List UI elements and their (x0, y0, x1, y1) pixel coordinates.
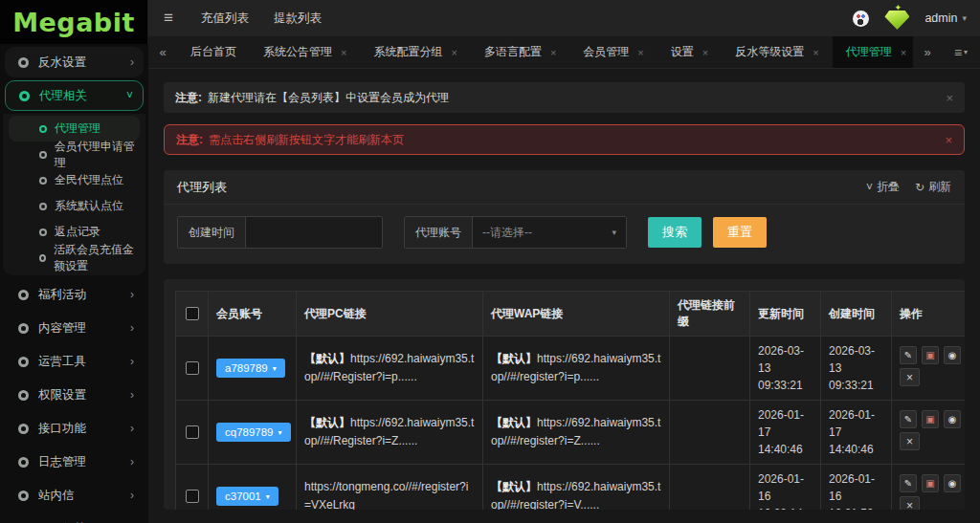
agent-wap-link-cell: 【默认】https://692.haiwaiym35.top//#/regist… (483, 465, 670, 511)
tab-close-icon[interactable]: × (813, 47, 818, 58)
notice-close-icon[interactable]: × (945, 133, 952, 147)
agent-wap-link-cell: 【默认】https://692.haiwaiym35.top//#/regist… (483, 337, 670, 401)
tab-label: 反水等级设置 (735, 44, 804, 60)
agent-pc-link-cell: 【默认】https://692.haiwaiym35.top//#/Regist… (297, 401, 483, 465)
tab-close-icon[interactable]: × (901, 47, 906, 58)
tab-settings[interactable]: 设置 × (657, 36, 722, 68)
create-time-group: 创建时间 (177, 216, 383, 249)
sidebar-item-api[interactable]: 接口功能 › (5, 413, 144, 444)
row-checkbox[interactable] (186, 425, 199, 439)
history-button[interactable]: ◉ (944, 410, 961, 428)
sidebar-item-operation-tools[interactable]: 运营工具 › (5, 346, 144, 377)
panel-header: 代理列表 ˅ 折叠 ↻ 刷新 (164, 170, 965, 205)
tab-close-icon[interactable]: × (451, 47, 457, 58)
sidebar-subitem-active-member-recharge[interactable]: 活跃会员充值金额设置 (9, 245, 140, 271)
agent-list-panel: 代理列表 ˅ 折叠 ↻ 刷新 创建时间 (164, 170, 965, 264)
sidebar-subitem-all-agent-points[interactable]: 全民代理点位 (9, 167, 140, 193)
delete-button[interactable]: × (900, 496, 920, 510)
agent-pc-link-cell: 【默认】https://692.haiwaiym35.top//#/Regist… (297, 337, 483, 401)
chevron-down-icon: ˅ (126, 89, 133, 102)
sidebar-item-rebate-settings[interactable]: 反水设置 › (5, 47, 144, 77)
panel-tools: ˅ 折叠 ↻ 刷新 (866, 179, 951, 195)
member-account: c37001 (225, 490, 261, 502)
user-dropdown[interactable]: admin ▾ (924, 11, 967, 25)
tab-label: 后台首页 (190, 44, 236, 60)
chevron-right-icon: › (130, 288, 134, 301)
member-account: a789789 (225, 362, 268, 374)
edit-button[interactable]: ✎ (900, 410, 917, 428)
agent-account-label: 代理账号 (405, 217, 473, 248)
chevron-right-icon: › (130, 489, 134, 502)
notice-close-icon[interactable]: × (946, 91, 953, 105)
tab-rebate-level[interactable]: 反水等级设置 × (722, 36, 832, 68)
member-account-badge[interactable]: cq789789 ▾ (216, 423, 291, 442)
agent-account-select[interactable]: --请选择-- ▾ (473, 217, 626, 248)
tabs-scroll-left-icon[interactable]: « (148, 36, 177, 68)
history-button[interactable]: ◉ (944, 346, 961, 364)
tab-close-icon[interactable]: × (550, 47, 556, 58)
tabs-scroll-right-icon[interactable]: » (913, 45, 942, 59)
reset-button[interactable]: 重置 (713, 217, 767, 248)
tab-member-manage[interactable]: 会员管理 × (569, 36, 657, 68)
sidebar-item-permissions[interactable]: 权限设置 › (5, 380, 144, 410)
sidebar-item-label: 站内信 (38, 488, 75, 504)
search-button[interactable]: 搜索 (648, 217, 702, 248)
sidebar-subitem-member-agent-apply[interactable]: 会员代理申请管理 (9, 142, 140, 167)
tab-agent-manage[interactable]: 代理管理 × (833, 36, 913, 68)
row-checkbox[interactable] (186, 490, 199, 503)
tab-multilanguage[interactable]: 多语言配置 × (471, 36, 569, 68)
sidebar-subitem-system-default-points[interactable]: 系统默认点位 (9, 193, 140, 219)
row-checkbox[interactable] (186, 361, 199, 375)
updated-time-cell: 2026-01-17 14:40:46 (750, 401, 821, 465)
sidebar-item-logs[interactable]: 日志管理 › (5, 447, 144, 477)
tab-close-icon[interactable]: × (637, 47, 643, 58)
tab-home[interactable]: 后台首页 (177, 36, 250, 68)
topbar-item-withdraw-list[interactable]: 提款列表 (261, 0, 334, 36)
sidebar-item-app[interactable]: APP相关 › (5, 513, 144, 523)
tabs-menu-dropdown[interactable]: ≡ ▾ (942, 45, 980, 60)
select-all-checkbox[interactable] (186, 307, 199, 320)
card-button[interactable]: ▣ (922, 346, 939, 364)
search-form: 创建时间 代理账号 --请选择-- ▾ 搜索 重置 (164, 205, 965, 264)
edit-button[interactable]: ✎ (900, 474, 917, 492)
edit-button[interactable]: ✎ (900, 346, 917, 364)
tab-system-config-group[interactable]: 系统配置分组 × (360, 36, 470, 68)
tab-close-icon[interactable]: × (341, 47, 346, 58)
sidebar-item-content[interactable]: 内容管理 › (5, 313, 144, 343)
refresh-button[interactable]: ↻ 刷新 (915, 179, 951, 195)
gem-avatar-icon[interactable]: ✦ (884, 7, 909, 30)
sidebar-item-agent-related[interactable]: 代理相关 ˅ (5, 80, 144, 111)
card-button[interactable]: ▣ (922, 410, 939, 428)
theme-palette-icon[interactable] (853, 11, 869, 27)
chevron-right-icon: › (130, 321, 134, 335)
operations-cell: ✎ ▣ ◉ ▤ × (892, 465, 966, 511)
agent-link-prefix-cell (670, 401, 750, 465)
subitem-label: 返点记录 (55, 224, 100, 240)
subitem-label: 代理管理 (55, 120, 100, 137)
member-account-badge[interactable]: c37001 ▾ (216, 487, 278, 506)
sidebar-item-messages[interactable]: 站内信 › (5, 480, 144, 511)
sidebar-item-welfare[interactable]: 福利活动 › (5, 279, 144, 310)
chevron-right-icon: › (130, 455, 134, 469)
menu-ring-icon (18, 457, 29, 468)
create-time-input[interactable] (246, 217, 382, 248)
col-operations: 操作 (892, 292, 966, 337)
delete-button[interactable]: × (900, 432, 920, 450)
hamburger-icon[interactable]: ≡ (148, 9, 189, 28)
tab-close-icon[interactable]: × (702, 47, 708, 58)
history-button[interactable]: ◉ (944, 474, 961, 492)
tab-system-announcement[interactable]: 系统公告管理 × (250, 36, 360, 68)
tab-label: 多语言配置 (484, 44, 542, 60)
chevron-right-icon: › (130, 388, 134, 402)
member-account-badge[interactable]: a789789 ▾ (216, 359, 285, 378)
created-time-cell: 2026-03-13 09:33:21 (821, 337, 892, 401)
agent-link-prefix-cell (670, 337, 750, 401)
col-agent-pc-link: 代理PC链接 (297, 292, 483, 337)
delete-button[interactable]: × (900, 368, 920, 386)
created-time-cell: 2026-01-17 14:40:46 (821, 401, 892, 465)
content: 注意: 新建代理请在【会员列表】中设置会员成为代理 × 注意: 需点击右侧刷新按… (148, 69, 980, 523)
topbar-item-recharge-list[interactable]: 充值列表 (189, 0, 261, 36)
app-window: Megabit 反水设置 › 代理相关 ˅ 代理管理 会员代理申请管理 全民代理… (0, 0, 980, 523)
collapse-button[interactable]: ˅ 折叠 (866, 179, 900, 195)
card-button[interactable]: ▣ (922, 474, 939, 492)
